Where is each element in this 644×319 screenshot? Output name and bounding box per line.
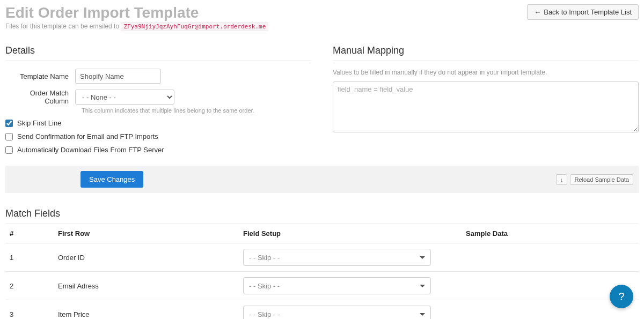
row-num: 2 (5, 272, 54, 300)
row-sample-data (462, 243, 639, 272)
action-bar: Save Changes ↓ Reload Sample Data (5, 166, 639, 193)
table-row: 3Item Price- - Skip - - (5, 300, 639, 320)
match-fields-table: # First Row Field Setup Sample Data 1Ord… (5, 224, 639, 319)
page-title: Edit Order Import Template (5, 4, 268, 21)
field-setup-select[interactable]: - - Skip - - (243, 249, 431, 266)
send-confirmation-label: Send Confirmation for Email and FTP Impo… (17, 132, 158, 140)
reload-sample-button[interactable]: Reload Sample Data (570, 174, 633, 185)
auto-download-checkbox[interactable] (5, 146, 13, 154)
skip-first-line-label: Skip First Line (17, 119, 61, 127)
template-name-input[interactable] (75, 69, 161, 84)
chevron-down-icon (420, 313, 425, 316)
row-first-row: Order ID (54, 243, 239, 272)
row-first-row: Item Price (54, 300, 239, 320)
order-match-select[interactable]: - - None - - (75, 90, 174, 105)
arrow-left-icon (534, 8, 541, 16)
field-setup-select[interactable]: - - Skip - - (243, 306, 431, 319)
back-to-list-label: Back to Import Template List (544, 8, 632, 16)
field-setup-value: - - Skip - - (249, 254, 280, 262)
order-match-label: Order Match Column (5, 89, 75, 105)
col-header-sample-data: Sample Data (462, 224, 639, 243)
save-changes-button[interactable]: Save Changes (80, 171, 143, 188)
back-to-list-button[interactable]: Back to Import Template List (527, 4, 639, 20)
chevron-down-icon (420, 256, 425, 259)
row-field-setup-cell: - - Skip - - (239, 243, 462, 272)
help-fab-button[interactable]: ? (610, 285, 633, 308)
field-setup-value: - - Skip - - (249, 310, 280, 318)
table-row: 2Email Adress- - Skip - - (5, 272, 639, 300)
send-confirmation-checkbox[interactable] (5, 133, 13, 140)
field-setup-value: - - Skip - - (249, 282, 280, 290)
row-num: 3 (5, 300, 54, 320)
row-field-setup-cell: - - Skip - - (239, 272, 462, 300)
table-row: 1Order ID- - Skip - - (5, 243, 639, 272)
details-section-title: Details (5, 45, 311, 61)
skip-first-line-checkbox[interactable] (5, 120, 13, 127)
row-first-row: Email Adress (54, 272, 239, 300)
manual-mapping-title: Manual Mapping (333, 45, 639, 61)
col-header-num: # (5, 224, 54, 243)
chevron-down-icon (420, 285, 425, 287)
col-header-first-row: First Row (54, 224, 239, 243)
import-email-code: ZFya9NjiyJqzAyhFuqGr@import.orderdesk.me (121, 22, 268, 31)
manual-mapping-textarea[interactable] (333, 81, 639, 132)
subtitle-text: Files for this template can be emailed t… (5, 23, 119, 30)
template-name-label: Template Name (5, 72, 75, 80)
manual-mapping-desc: Values to be filled in manually if they … (333, 69, 639, 76)
row-num: 1 (5, 243, 54, 272)
page-subtitle: Files for this template can be emailed t… (5, 23, 268, 30)
match-fields-title: Match Fields (5, 208, 639, 224)
field-setup-select[interactable]: - - Skip - - (243, 277, 431, 294)
auto-download-label: Automatically Download Files From FTP Se… (17, 146, 164, 154)
reload-icon-button[interactable]: ↓ (556, 174, 568, 185)
row-field-setup-cell: - - Skip - - (239, 300, 462, 320)
order-match-help: This column indicates that multiple line… (82, 107, 311, 114)
col-header-field-setup: Field Setup (239, 224, 462, 243)
